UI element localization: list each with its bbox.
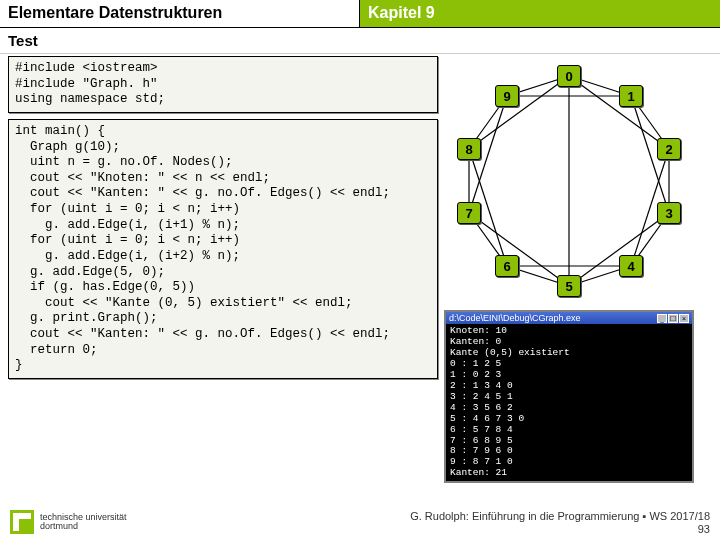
graph-node-2: 2 (657, 138, 681, 160)
section-title: Test (0, 28, 720, 54)
graph-node-7: 7 (457, 202, 481, 224)
graph-node-9: 9 (495, 85, 519, 107)
console-window: d:\Code\EINI\Debug\CGraph.exe _ ☐ × Knot… (444, 310, 694, 483)
console-output: Knoten: 10 Kanten: 0 Kante (0,5) existie… (446, 324, 692, 481)
code-block-main: int main() { Graph g(10); uint n = g. no… (8, 119, 438, 379)
graph-edges (444, 56, 694, 306)
slide-footer: G. Rudolph: Einführung in die Programmie… (410, 510, 710, 536)
graph-node-5: 5 (557, 275, 581, 297)
graph-node-6: 6 (495, 255, 519, 277)
graph-diagram: 0 1 2 3 4 5 6 7 8 9 (444, 56, 694, 306)
console-titlebar: d:\Code\EINI\Debug\CGraph.exe _ ☐ × (446, 312, 692, 324)
header-right: Kapitel 9 (360, 0, 720, 27)
minimize-icon[interactable]: _ (657, 314, 667, 323)
footer-credit: G. Rudolph: Einführung in die Programmie… (410, 510, 710, 523)
window-controls: _ ☐ × (657, 314, 689, 323)
header-left: Elementare Datenstrukturen (0, 0, 360, 27)
logo-text: technische universität dortmund (40, 513, 127, 532)
close-icon[interactable]: × (679, 314, 689, 323)
university-logo: technische universität dortmund (10, 510, 127, 534)
console-title-text: d:\Code\EINI\Debug\CGraph.exe (449, 313, 581, 323)
graph-node-3: 3 (657, 202, 681, 224)
page-number: 93 (410, 523, 710, 536)
right-column: 0 1 2 3 4 5 6 7 8 9 d:\Code\EINI\Debug\C… (444, 56, 712, 483)
svg-line-18 (469, 76, 569, 149)
graph-node-0: 0 (557, 65, 581, 87)
graph-node-8: 8 (457, 138, 481, 160)
maximize-icon[interactable]: ☐ (668, 314, 678, 323)
svg-line-15 (469, 213, 569, 286)
code-column: #include <iostream> #include "Graph. h" … (8, 56, 438, 483)
graph-node-1: 1 (619, 85, 643, 107)
logo-line2: dortmund (40, 522, 127, 531)
main-area: #include <iostream> #include "Graph. h" … (0, 54, 720, 483)
slide-header: Elementare Datenstrukturen Kapitel 9 (0, 0, 720, 28)
tu-logo-icon (10, 510, 34, 534)
code-block-includes: #include <iostream> #include "Graph. h" … (8, 56, 438, 113)
graph-node-4: 4 (619, 255, 643, 277)
